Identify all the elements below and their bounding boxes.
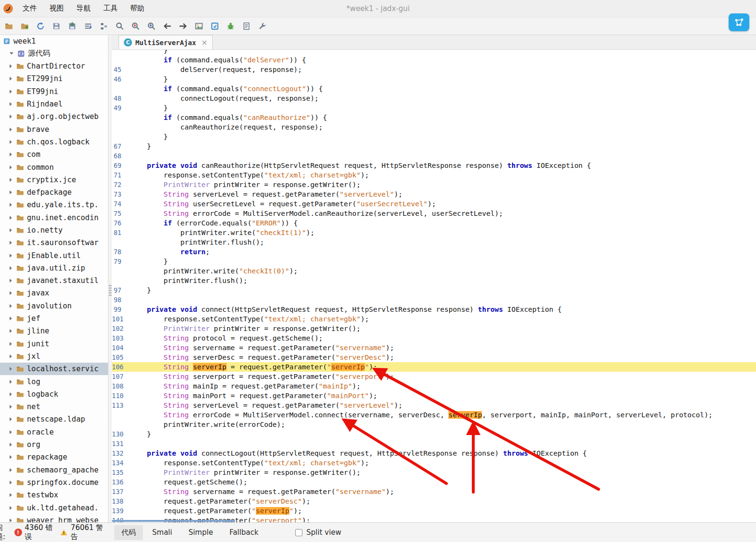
chevron-right-icon[interactable] [10, 140, 12, 144]
tree-item-package[interactable]: jEnable.util [0, 249, 108, 261]
tree-item-package[interactable]: weaver_hrm_webse [0, 514, 108, 522]
code-line[interactable]: if (command.equals("canReauthorize")) { [112, 113, 756, 122]
code-line[interactable]: 104 String servername = request.getParam… [112, 343, 756, 353]
chevron-right-icon[interactable] [10, 417, 12, 421]
code-line[interactable]: 48 connectLogout(request, response); [112, 94, 756, 103]
open-file-button[interactable] [1, 19, 17, 33]
code-line[interactable]: if (command.equals("delServer")) { [112, 55, 756, 65]
menu-item[interactable]: 帮助 [124, 4, 151, 13]
chevron-right-icon[interactable] [10, 266, 12, 270]
tree-item-package[interactable]: schemaorg_apache [0, 464, 108, 476]
split-view-toggle[interactable]: Split view [295, 528, 341, 537]
chevron-right-icon[interactable] [10, 430, 12, 434]
tree-item-package[interactable]: oracle [0, 426, 108, 438]
chevron-right-icon[interactable] [10, 90, 12, 94]
tree-item-package[interactable]: Rijndael [0, 98, 108, 110]
usage-search-button[interactable] [144, 19, 159, 33]
tree-item-package[interactable]: it.sauronsoftwar [0, 236, 108, 249]
tree-item-package[interactable]: ET99jni [0, 85, 108, 98]
tree-item-package[interactable]: repackage [0, 451, 108, 463]
code-line[interactable]: 49 } [112, 103, 756, 113]
code-line[interactable]: 78 return; [112, 247, 756, 257]
code-line[interactable]: 105 String serverDesc = request.getParam… [112, 353, 756, 362]
tree-item-package[interactable]: junit [0, 338, 108, 350]
tree-item-package[interactable]: jxl [0, 350, 108, 363]
code-line[interactable]: 76 if (errorCode.equals("ERROR")) { [112, 218, 756, 228]
nav-back-button[interactable] [159, 19, 175, 33]
code-line[interactable]: 108 String mainIp = request.getParameter… [112, 381, 756, 391]
chevron-right-icon[interactable] [10, 455, 12, 459]
code-line[interactable]: 75 String errorCode = MultiServerModel.c… [112, 209, 756, 218]
chevron-right-icon[interactable] [10, 481, 12, 484]
chevron-right-icon[interactable] [10, 518, 12, 522]
chevron-right-icon[interactable] [10, 115, 12, 118]
debugger-button[interactable] [223, 19, 239, 33]
tree-item-package[interactable]: ET299jni [0, 72, 108, 85]
chevron-right-icon[interactable] [10, 77, 12, 81]
tree-item-package[interactable]: aj.org.objectweb [0, 110, 108, 123]
chevron-right-icon[interactable] [10, 165, 12, 169]
code-line[interactable]: } [112, 132, 756, 141]
code-line[interactable]: 102 PrintWriter printWriter = response.g… [112, 324, 756, 333]
tree-item-project-root[interactable]: week1 [0, 35, 108, 47]
tree-item-package[interactable]: common [0, 161, 108, 173]
close-tab-icon[interactable]: × [201, 38, 207, 47]
chevron-right-icon[interactable] [10, 241, 12, 245]
code-line[interactable]: 98 [112, 295, 756, 305]
chevron-right-icon[interactable] [10, 506, 12, 510]
code-line[interactable]: 113 String serverLevel = request.getPara… [112, 401, 756, 410]
code-line[interactable]: 110 String mainPort = request.getParamet… [112, 391, 756, 401]
view-tab[interactable]: Simple [181, 525, 220, 540]
menu-item[interactable]: 文件 [16, 4, 43, 13]
tab-multiserverajax[interactable]: C MultiServerAjax × [119, 35, 213, 49]
log-viewer-button[interactable] [239, 19, 254, 33]
tree-item-package[interactable]: ChartDirector [0, 60, 108, 72]
preferences-button[interactable] [254, 19, 270, 33]
chevron-right-icon[interactable] [10, 493, 12, 497]
chevron-right-icon[interactable] [10, 128, 12, 131]
deobfuscation-button[interactable] [191, 19, 207, 33]
code-line[interactable]: 131 [112, 439, 756, 448]
code-line[interactable]: String errorCode = MultiServerModel.conn… [112, 410, 756, 420]
chevron-right-icon[interactable] [10, 279, 12, 283]
tree-item-package[interactable]: gnu.inet.encodin [0, 212, 108, 224]
code-line[interactable]: 103 String protocol = request.getScheme(… [112, 333, 756, 343]
code-line[interactable]: if (command.equals("connectLogout")) { [112, 84, 756, 94]
chevron-right-icon[interactable] [10, 342, 12, 346]
tree-item-package[interactable]: jef [0, 312, 108, 325]
chevron-down-icon[interactable] [10, 52, 13, 55]
code-line[interactable]: printWriter.flush(); [112, 237, 756, 247]
chevron-right-icon[interactable] [10, 254, 12, 258]
tree-item-package[interactable]: log [0, 375, 108, 388]
tree-item-package[interactable]: netscape.ldap [0, 413, 108, 425]
code-line[interactable]: 79 } [112, 257, 756, 266]
class-search-button[interactable] [128, 19, 144, 33]
code-line[interactable]: 99 private void connect(HttpServletReque… [112, 305, 756, 314]
code-line[interactable]: 138 request.getParameter("serverDesc"); [112, 496, 756, 506]
split-view-checkbox[interactable] [295, 529, 302, 536]
chevron-right-icon[interactable] [10, 367, 12, 371]
chevron-right-icon[interactable] [10, 178, 12, 182]
sync-with-editor-button[interactable] [80, 19, 96, 33]
tree-item-package[interactable]: jline [0, 325, 108, 337]
code-line[interactable]: 107 String serverport = request.getParam… [112, 372, 756, 381]
horizontal-scrollbar-thumb[interactable] [112, 520, 235, 522]
chevron-right-icon[interactable] [10, 190, 12, 194]
code-line[interactable]: } [112, 50, 756, 55]
menu-item[interactable]: 工具 [97, 4, 124, 13]
issues-summary[interactable]: 问题: ! 4360 错误 76061 警告 [0, 523, 108, 542]
reload-button[interactable] [33, 19, 48, 33]
chevron-right-icon[interactable] [10, 405, 12, 409]
chevron-right-icon[interactable] [10, 291, 12, 295]
code-line[interactable]: 97 } [112, 285, 756, 295]
view-tab[interactable]: 代码 [114, 525, 143, 540]
tree-item-package[interactable]: testwbx [0, 489, 108, 501]
tree-item-package[interactable]: brave [0, 123, 108, 135]
chevron-right-icon[interactable] [10, 102, 12, 106]
tree-item-package[interactable]: defpackage [0, 186, 108, 199]
chevron-right-icon[interactable] [10, 443, 12, 447]
code-line[interactable]: printWriter.write("checkIt(0)"); [112, 266, 756, 276]
chevron-right-icon[interactable] [10, 468, 12, 472]
view-tab[interactable]: Fallback [222, 525, 265, 540]
chevron-right-icon[interactable] [10, 329, 12, 333]
